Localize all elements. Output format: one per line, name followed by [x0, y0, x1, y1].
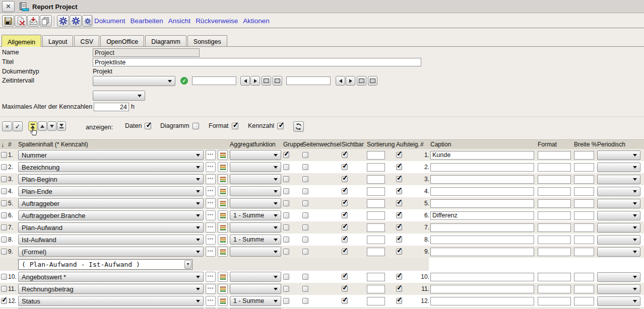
seitenwechsel-checkbox[interactable]	[302, 176, 308, 182]
delete-button[interactable]	[15, 15, 27, 27]
tab-layout[interactable]: Layout	[42, 35, 74, 46]
column-content-select[interactable]: Plan-Aufwand	[18, 222, 204, 233]
row-select-checkbox[interactable]	[1, 224, 7, 230]
sichtbar-checkbox[interactable]	[342, 274, 348, 280]
gruppe-checkbox[interactable]	[283, 188, 289, 194]
caption-input[interactable]	[430, 236, 534, 244]
more-options-button[interactable]: •••	[206, 222, 216, 233]
periodisch-select[interactable]	[597, 187, 640, 196]
row-select-checkbox[interactable]	[1, 152, 7, 158]
breite-input[interactable]	[574, 285, 594, 293]
sortierung-input[interactable]	[367, 248, 385, 256]
aggregate-function-select[interactable]: 1 - Summe	[230, 235, 281, 245]
sichtbar-checkbox[interactable]	[342, 249, 348, 255]
zeitintervall-select[interactable]	[93, 76, 175, 86]
gruppe-checkbox[interactable]	[283, 164, 289, 170]
sichtbar-checkbox[interactable]	[342, 237, 348, 243]
column-content-select[interactable]: Bezeichnung	[18, 162, 204, 172]
zeitintervall-unit-select[interactable]	[93, 91, 145, 101]
gruppe-checkbox[interactable]	[283, 237, 289, 243]
menu-item-ansicht[interactable]: Ansicht	[168, 17, 190, 25]
breite-input[interactable]	[574, 223, 594, 232]
row-select-checkbox[interactable]	[1, 237, 7, 243]
aufsteig-checkbox[interactable]	[396, 286, 402, 292]
format-input[interactable]	[538, 175, 571, 184]
format-input[interactable]	[538, 223, 571, 232]
seitenwechsel-checkbox[interactable]	[302, 274, 308, 280]
gruppe-checkbox[interactable]	[283, 152, 289, 158]
close-button[interactable]: ×	[2, 1, 15, 12]
tab-allgemein[interactable]: Allgemein	[2, 35, 41, 47]
aggregate-function-select[interactable]	[230, 222, 281, 233]
seitenwechsel-checkbox[interactable]	[302, 224, 308, 230]
caption-input[interactable]	[430, 211, 534, 220]
more-options-button[interactable]: •••	[206, 296, 216, 306]
sichtbar-checkbox[interactable]	[342, 298, 348, 304]
tab-csv[interactable]: CSV	[74, 35, 99, 46]
breite-input[interactable]	[574, 248, 594, 256]
aufsteig-checkbox[interactable]	[396, 249, 402, 255]
gruppe-checkbox[interactable]	[283, 176, 289, 182]
caption-input[interactable]	[430, 151, 534, 160]
start-calendar-button[interactable]	[262, 76, 271, 86]
formula-dropdown-button[interactable]: ▼	[184, 260, 191, 269]
seitenwechsel-checkbox[interactable]	[302, 286, 308, 292]
periodisch-select[interactable]	[597, 150, 640, 160]
column-content-select[interactable]: Status	[18, 296, 204, 306]
move-down-button[interactable]	[47, 121, 56, 131]
sichtbar-checkbox[interactable]	[342, 188, 348, 194]
color-grid-button[interactable]	[218, 210, 228, 220]
sortierung-input[interactable]	[367, 151, 385, 160]
sichtbar-checkbox[interactable]	[342, 286, 348, 292]
color-grid-button[interactable]	[218, 247, 228, 257]
aufsteig-checkbox[interactable]	[396, 298, 402, 304]
aggregate-function-select[interactable]	[230, 174, 281, 184]
breite-input[interactable]	[574, 236, 594, 244]
format-input[interactable]	[538, 248, 571, 256]
column-content-select[interactable]: Ist-Aufwand	[18, 235, 204, 245]
show-daten-checkbox[interactable]	[145, 123, 151, 129]
sortierung-input[interactable]	[367, 163, 385, 172]
column-content-select[interactable]: Auftraggeber	[18, 198, 204, 208]
aggregate-function-select[interactable]	[230, 150, 281, 160]
row-select-checkbox[interactable]	[1, 298, 7, 304]
breite-input[interactable]	[574, 211, 594, 220]
end-prev-button[interactable]	[336, 76, 345, 86]
caption-input[interactable]	[430, 187, 534, 196]
tab-sonstiges[interactable]: Sonstiges	[187, 35, 227, 46]
caption-input[interactable]	[430, 248, 534, 256]
sichtbar-checkbox[interactable]	[342, 152, 348, 158]
caption-input[interactable]	[430, 223, 534, 232]
periodisch-select[interactable]	[597, 175, 640, 184]
color-grid-button[interactable]	[218, 222, 228, 233]
aggregate-function-select[interactable]	[230, 162, 281, 172]
color-grid-button[interactable]	[218, 174, 228, 184]
aggregate-function-select[interactable]	[230, 247, 281, 257]
breite-input[interactable]	[574, 187, 594, 196]
column-content-select[interactable]: Plan-Beginn	[18, 174, 204, 184]
breite-input[interactable]	[574, 273, 594, 281]
row-select-checkbox[interactable]	[1, 212, 7, 218]
periodisch-select[interactable]	[597, 223, 640, 233]
format-input[interactable]	[538, 285, 571, 293]
breite-input[interactable]	[574, 163, 594, 172]
row-select-checkbox[interactable]	[1, 176, 7, 182]
move-up-button[interactable]	[38, 121, 47, 131]
show-kennzahl-checkbox[interactable]	[277, 123, 284, 129]
sortierung-input[interactable]	[367, 175, 385, 184]
breite-input[interactable]	[574, 199, 594, 208]
aggregate-function-select[interactable]: 1 - Summe	[230, 296, 281, 306]
seitenwechsel-checkbox[interactable]	[302, 249, 308, 255]
sortierung-input[interactable]	[367, 236, 385, 244]
row-select-checkbox[interactable]	[1, 188, 7, 194]
periodisch-select[interactable]	[597, 235, 640, 245]
caption-input[interactable]	[430, 285, 534, 293]
copy-button[interactable]	[40, 15, 52, 27]
aufsteig-checkbox[interactable]	[396, 274, 402, 280]
periodisch-select[interactable]	[597, 296, 640, 306]
refresh-button[interactable]	[293, 121, 304, 132]
periodisch-select[interactable]	[597, 272, 640, 282]
color-grid-button[interactable]	[218, 150, 228, 160]
gruppe-checkbox[interactable]	[283, 298, 289, 304]
show-diagramm-checkbox[interactable]	[192, 123, 199, 129]
